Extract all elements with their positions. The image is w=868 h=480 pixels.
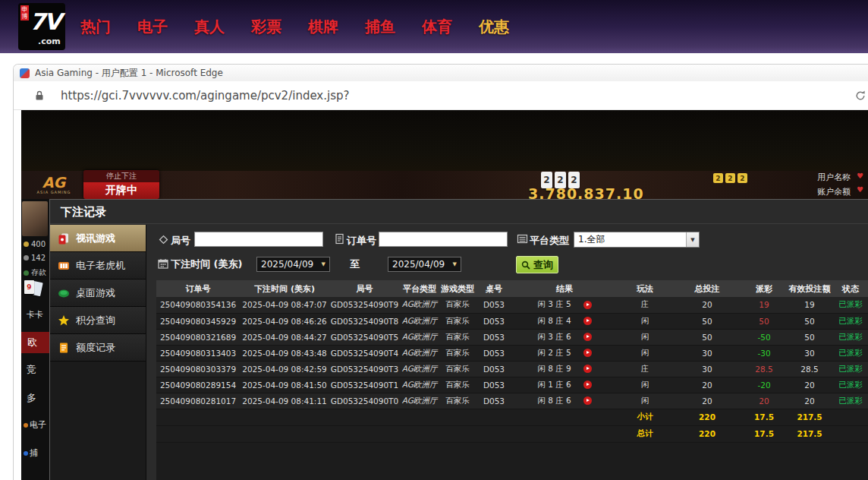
cell-order: 250409080321689: [156, 329, 240, 345]
tab-table-games[interactable]: 桌面游戏: [50, 279, 146, 307]
cell-play: 闲: [617, 345, 673, 361]
tab-slots[interactable]: 电子老虎机: [50, 252, 146, 279]
cell-round: GD053254090T8: [329, 313, 400, 329]
replay-icon[interactable]: [583, 333, 592, 341]
heart-icon[interactable]: ♥: [857, 185, 863, 194]
heart-icon[interactable]: ♥: [857, 172, 863, 180]
ag-logo-text: AG: [42, 175, 65, 190]
col-play: 玩法: [617, 280, 673, 297]
lock-icon[interactable]: [35, 90, 44, 101]
bet-table-summary: 小计 220 17.5 217.5 总计: [156, 409, 868, 442]
cell-play: 闲: [617, 329, 673, 345]
panel-body: 视讯游戏 电子老虎机 桌面游戏: [50, 225, 868, 480]
die: 2: [713, 173, 723, 183]
browser-window: Asia Gaming - 用户配置 1 - Microsoft Edge ht…: [14, 65, 868, 480]
cell-play: 庄: [617, 361, 673, 377]
order-number-input[interactable]: [379, 232, 508, 247]
subtotal-bet: 220: [673, 409, 741, 425]
lobby-item-slots[interactable]: 电子: [24, 419, 46, 431]
round-number-input[interactable]: [194, 232, 323, 247]
replay-icon[interactable]: [583, 317, 592, 325]
nav-promotions[interactable]: 优惠: [479, 17, 509, 37]
cell-platform: AG欧洲厅: [400, 377, 439, 393]
search-button[interactable]: 查询: [516, 256, 558, 273]
table-row: 250409080345929 2025-04-09 08:46:26 GD05…: [156, 313, 868, 329]
total-row: 总计 220 17.5 217.5: [156, 425, 868, 442]
cell-time: 2025-04-09 08:41:11: [240, 393, 329, 409]
replay-icon[interactable]: [583, 365, 592, 373]
nav-sports[interactable]: 体育: [422, 17, 452, 37]
screen: 申博 7V .com 热门 电子 真人 彩票 棋牌 捕鱼 体育 优惠 Asia …: [0, 0, 868, 480]
cell-play: 闲: [617, 313, 673, 329]
cell-valid: 19: [787, 297, 832, 313]
lobby-item-kaka[interactable]: 卡卡: [27, 309, 43, 321]
lobby-item-europe[interactable]: 欧: [21, 332, 49, 353]
platform-type-select[interactable]: 1.全部 ▼: [574, 232, 700, 248]
nav-fishing[interactable]: 捕鱼: [365, 17, 395, 37]
cell-status: 已派彩: [832, 377, 868, 393]
cell-time: 2025-04-09 08:41:50: [240, 377, 329, 393]
cell-payout: 20: [741, 393, 787, 409]
nav-live[interactable]: 真人: [194, 17, 225, 37]
table-row: 250409080303379 2025-04-09 08:42:59 GD05…: [156, 361, 868, 377]
reload-icon[interactable]: [854, 90, 866, 102]
cell-round: GD053254090T9: [329, 297, 400, 313]
cell-status: 已派彩: [832, 297, 868, 313]
cell-result: 闲 8 庄 4: [512, 313, 617, 329]
cell-table: D053: [476, 377, 512, 393]
cell-play: 庄: [617, 297, 673, 313]
cell-payout: 19: [741, 297, 787, 313]
date-to-dropdown[interactable]: 2025/04/09 ▼: [388, 257, 461, 272]
tab-label: 额度记录: [76, 341, 115, 355]
replay-icon[interactable]: [583, 301, 592, 309]
casino-page: AG ASIA GAMING 停止下注 开牌中 2 2 2 2 2 2: [21, 110, 868, 480]
lobby-item-label: 捕: [30, 447, 38, 459]
cell-table: D053: [476, 345, 512, 361]
tab-credit-records[interactable]: 额度记录: [50, 334, 146, 362]
tab-points-query[interactable]: 积分查询: [50, 307, 146, 334]
dice-row: 2 2 2: [713, 173, 747, 183]
lobby-item-duo[interactable]: 多: [27, 391, 36, 405]
replay-icon[interactable]: [583, 349, 592, 357]
nav-slots[interactable]: 电子: [137, 17, 168, 37]
result-text: 闲 8 庄 6: [537, 396, 571, 405]
cell-payout: 28.5: [741, 361, 787, 377]
cell-valid: 30: [787, 345, 832, 361]
panel-content: 局号 订单号 平台类型 1.全: [147, 225, 868, 480]
replay-icon[interactable]: [583, 396, 592, 405]
lobby-item-fishing[interactable]: 捕: [24, 447, 38, 459]
table-games-icon: [58, 287, 70, 299]
date-from-dropdown[interactable]: 2025/04/09 ▼: [256, 257, 330, 272]
cell-time: 2025-04-09 08:44:27: [240, 329, 329, 345]
subtotal-status: [832, 409, 868, 425]
cell-game: 百家乐: [439, 377, 476, 393]
url-text[interactable]: https://gci.7vvvvvv.com/agingame/pcv2/in…: [61, 89, 854, 103]
site-logo[interactable]: 申博 7V .com: [18, 3, 65, 50]
col-payout: 派彩: [741, 280, 787, 297]
cell-bet: 20: [673, 297, 741, 313]
deposit-button[interactable]: 存款: [24, 267, 46, 278]
main-menu: 热门 电子 真人 彩票 棋牌 捕鱼 体育 优惠: [80, 0, 509, 53]
subtotal-payout: 17.5: [741, 409, 787, 425]
side-tabs: 视讯游戏 电子老虎机 桌面游戏: [50, 225, 146, 480]
nav-lottery[interactable]: 彩票: [251, 17, 281, 37]
logo-suffix: .com: [38, 36, 61, 46]
replay-icon[interactable]: [583, 381, 592, 389]
cell-game: 百家乐: [439, 345, 476, 361]
video-games-icon: [58, 232, 70, 245]
calendar-icon: [158, 258, 168, 269]
lobby-item-jing[interactable]: 竞: [27, 363, 36, 377]
browser-titlebar[interactable]: Asia Gaming - 用户配置 1 - Microsoft Edge: [14, 65, 868, 81]
cell-platform: AG欧洲厅: [400, 313, 439, 329]
stat-row: 400: [24, 240, 46, 248]
tab-label: 视讯游戏: [76, 232, 115, 245]
tab-video-games[interactable]: 视讯游戏: [50, 225, 146, 252]
die: 2: [737, 173, 747, 183]
col-round: 局号: [329, 280, 400, 297]
nav-boardgames[interactable]: 棋牌: [308, 17, 338, 37]
stop-bet-label: 停止下注: [83, 170, 159, 182]
nav-hot[interactable]: 热门: [80, 17, 111, 37]
cell-bet: 30: [673, 345, 741, 361]
cell-valid: 50: [787, 329, 832, 345]
avatar[interactable]: [22, 201, 48, 236]
